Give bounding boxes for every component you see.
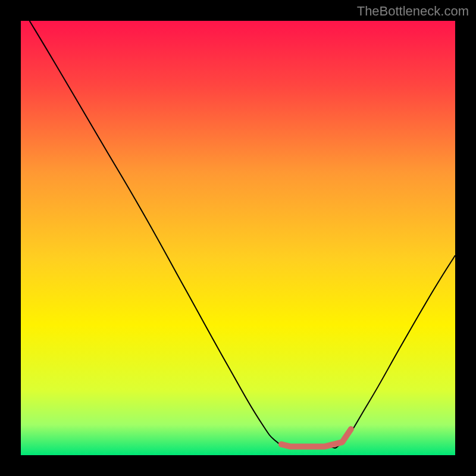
chart-plot-area [21, 21, 455, 455]
chart-svg [21, 21, 455, 455]
watermark-text: TheBottleneck.com [357, 4, 469, 19]
optimal-marker-dot [278, 441, 284, 447]
chart-background [21, 21, 455, 455]
